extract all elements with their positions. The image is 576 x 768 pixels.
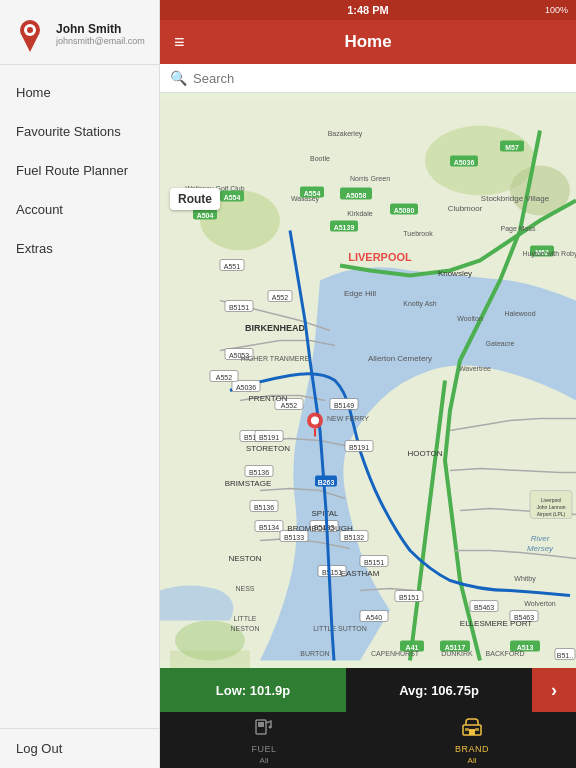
svg-text:NESTON: NESTON [230, 625, 259, 632]
svg-text:BURTON: BURTON [300, 650, 329, 657]
main-content: 1:48 PM 100% ≡ Home 🔍 [160, 0, 576, 768]
svg-text:Mersey: Mersey [527, 544, 554, 553]
svg-rect-139 [469, 729, 475, 735]
sidebar-nav: Home Favourite Stations Fuel Route Plann… [0, 65, 159, 728]
tab-fuel-sublabel: All [260, 756, 269, 765]
svg-text:B51..: B51.. [557, 652, 573, 659]
svg-text:John Lennon: John Lennon [537, 504, 566, 510]
sidebar-item-home[interactable]: Home [0, 73, 159, 112]
svg-text:A552: A552 [216, 374, 232, 381]
svg-text:PRENTON: PRENTON [249, 394, 288, 403]
svg-text:B263: B263 [318, 479, 335, 486]
sidebar-item-favourite-stations[interactable]: Favourite Stations [0, 112, 159, 151]
svg-text:Norris Green: Norris Green [350, 175, 390, 182]
svg-text:Huyton with Roby: Huyton with Roby [523, 250, 576, 258]
svg-text:B5133: B5133 [284, 534, 304, 541]
svg-text:BACKFORD: BACKFORD [486, 650, 525, 657]
svg-rect-136 [258, 722, 264, 727]
route-label: Route [170, 188, 220, 210]
svg-text:Edge Hill: Edge Hill [344, 289, 376, 298]
svg-text:B5149: B5149 [334, 402, 354, 409]
svg-text:B5132: B5132 [344, 534, 364, 541]
topbar: ≡ Home [160, 20, 576, 64]
svg-point-137 [269, 726, 272, 729]
sidebar-item-extras[interactable]: Extras [0, 229, 159, 268]
user-name: John Smith [56, 22, 145, 36]
search-input[interactable] [193, 71, 566, 86]
sidebar-item-fuel-route-planner[interactable]: Fuel Route Planner [0, 151, 159, 190]
svg-text:STORETON: STORETON [246, 444, 290, 453]
svg-text:A5080: A5080 [394, 207, 415, 214]
search-icon: 🔍 [170, 70, 187, 86]
svg-text:River: River [531, 534, 550, 543]
svg-text:B5134: B5134 [259, 524, 279, 531]
sidebar-user-section: John Smith johnsmith@email.com [0, 0, 159, 65]
svg-text:Stockbridge Village: Stockbridge Village [481, 194, 550, 203]
svg-text:Woolton: Woolton [457, 315, 483, 322]
svg-text:Allerton Cemetery: Allerton Cemetery [368, 354, 432, 363]
svg-text:Wolverton: Wolverton [524, 600, 555, 607]
svg-text:Whitby: Whitby [514, 575, 536, 583]
map-view: A5058 A5080 A5036 M57 M62 B5151 A5053 A5… [160, 93, 576, 668]
brand-icon [461, 715, 483, 742]
sidebar: John Smith johnsmith@email.com Home Favo… [0, 0, 160, 768]
svg-text:BRIMSTAGE: BRIMSTAGE [225, 479, 272, 488]
user-avatar-icon [12, 16, 48, 52]
svg-text:B5191: B5191 [349, 444, 369, 451]
svg-text:BROMBOROUGH: BROMBOROUGH [287, 524, 353, 533]
svg-text:B5136: B5136 [254, 504, 274, 511]
svg-text:B5151: B5151 [229, 304, 249, 311]
svg-text:Clubmoor: Clubmoor [448, 204, 483, 213]
svg-text:A5139: A5139 [334, 224, 355, 231]
svg-text:Knotty Ash: Knotty Ash [403, 300, 437, 308]
status-time: 1:48 PM [347, 4, 389, 16]
svg-text:A552: A552 [281, 402, 297, 409]
price-low: Low: 101.9p [160, 668, 346, 712]
svg-text:Halewood: Halewood [504, 310, 535, 317]
svg-text:A554: A554 [224, 194, 241, 201]
svg-text:Liverpool: Liverpool [541, 497, 561, 503]
svg-text:Tuebrook: Tuebrook [403, 230, 433, 237]
tab-bar: FUEL All BRAND All [160, 712, 576, 768]
svg-text:A5058: A5058 [346, 192, 367, 199]
svg-text:DUNKIRK: DUNKIRK [441, 650, 473, 657]
tab-brand[interactable]: BRAND All [368, 715, 576, 765]
menu-button[interactable]: ≡ [174, 32, 185, 53]
svg-text:LITTLE: LITTLE [234, 615, 257, 622]
svg-text:LITTLE SUTTON: LITTLE SUTTON [313, 625, 367, 632]
svg-text:A554: A554 [304, 190, 321, 197]
tab-fuel[interactable]: FUEL All [160, 715, 368, 765]
map-container[interactable]: A5058 A5080 A5036 M57 M62 B5151 A5053 A5… [160, 93, 576, 668]
svg-text:Knowsley: Knowsley [438, 269, 472, 278]
svg-text:A551: A551 [224, 263, 240, 270]
svg-text:CAPENHURST: CAPENHURST [371, 650, 420, 657]
svg-text:HOOTON: HOOTON [408, 449, 443, 458]
svg-rect-140 [465, 728, 469, 731]
svg-text:BIRKENHEAD: BIRKENHEAD [245, 323, 306, 333]
svg-text:Wavertree: Wavertree [459, 365, 491, 372]
tab-fuel-label: FUEL [251, 744, 276, 754]
svg-text:B5151: B5151 [322, 569, 342, 576]
svg-text:Airport (LPL): Airport (LPL) [537, 511, 566, 517]
svg-text:B5191: B5191 [259, 434, 279, 441]
svg-text:EASTHAM: EASTHAM [341, 569, 380, 578]
status-battery: 100% [545, 5, 568, 15]
logout-button[interactable]: Log Out [0, 728, 159, 768]
svg-text:A5036: A5036 [454, 159, 475, 166]
svg-text:Kirkdale: Kirkdale [347, 210, 372, 217]
sidebar-item-account[interactable]: Account [0, 190, 159, 229]
svg-text:A5036: A5036 [236, 384, 256, 391]
svg-rect-141 [475, 728, 479, 731]
svg-marker-3 [22, 36, 38, 52]
user-info: John Smith johnsmith@email.com [56, 22, 145, 46]
svg-text:Page Moss: Page Moss [500, 225, 536, 233]
price-avg: Avg: 106.75p [346, 668, 532, 712]
svg-text:A540: A540 [366, 614, 382, 621]
user-email: johnsmith@email.com [56, 36, 145, 46]
svg-text:B5136: B5136 [249, 469, 269, 476]
svg-point-2 [27, 27, 33, 33]
svg-text:Gateacre: Gateacre [486, 340, 515, 347]
fuel-icon [253, 715, 275, 742]
svg-text:NEW FERRY: NEW FERRY [327, 415, 369, 422]
svg-text:Bootle: Bootle [310, 155, 330, 162]
